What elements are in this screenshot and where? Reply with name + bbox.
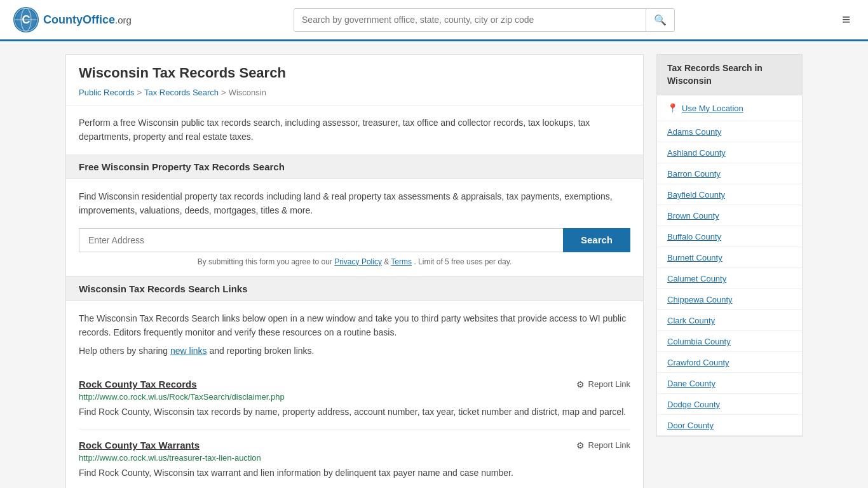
county-link[interactable]: Clark County — [667, 316, 715, 325]
sidebar: Tax Records Search in Wisconsin 📍 Use My… — [656, 54, 803, 488]
sidebar-county-item[interactable]: Bayfield County — [657, 184, 802, 205]
county-link[interactable]: Door County — [667, 421, 714, 430]
county-link[interactable]: Dane County — [667, 379, 715, 388]
main-content: Wisconsin Tax Records Search Public Reco… — [65, 54, 644, 488]
main-layout: Wisconsin Tax Records Search Public Reco… — [53, 41, 815, 488]
property-search-section: Free Wisconsin Property Tax Records Sear… — [66, 155, 643, 277]
breadcrumb-current: Wisconsin — [229, 88, 266, 97]
record-title-link[interactable]: Rock County Tax Records — [79, 379, 197, 390]
page-title: Wisconsin Tax Records Search — [79, 65, 630, 81]
sidebar-county-item[interactable]: Crawford County — [657, 352, 802, 373]
county-link[interactable]: Columbia County — [667, 337, 731, 346]
hamburger-menu-button[interactable]: ≡ — [837, 9, 855, 30]
record-url[interactable]: http://www.co.rock.wi.us/Rock/TaxSearch/… — [79, 392, 630, 402]
address-input[interactable] — [79, 228, 563, 252]
links-section: Wisconsin Tax Records Search Links The W… — [66, 277, 643, 488]
sidebar-county-item[interactable]: Burnett County — [657, 247, 802, 268]
header-search-input[interactable] — [294, 10, 646, 30]
breadcrumb-link-tax-records[interactable]: Tax Records Search — [144, 88, 219, 97]
report-icon: ⚙ — [576, 379, 585, 390]
sidebar-title: Tax Records Search in Wisconsin — [657, 55, 802, 95]
search-icon: 🔍 — [654, 15, 667, 25]
sidebar-county-item[interactable]: Chippewa County — [657, 289, 802, 310]
breadcrumb-separator-2: > — [221, 88, 226, 97]
report-link-button[interactable]: ⚙ Report Link — [576, 440, 630, 451]
record-url[interactable]: http://www.co.rock.wi.us/treasurer-tax-l… — [79, 453, 630, 463]
property-search-content: Find Wisconsin residential property tax … — [66, 179, 643, 276]
links-intro: The Wisconsin Tax Records Search links b… — [79, 311, 630, 340]
use-my-location-row[interactable]: 📍 Use My Location — [657, 95, 802, 121]
header-search-bar: 🔍 — [294, 8, 675, 32]
page-title-bar: Wisconsin Tax Records Search Public Reco… — [66, 55, 643, 105]
location-pin-icon: 📍 — [667, 103, 678, 113]
sidebar-county-item[interactable]: Columbia County — [657, 331, 802, 352]
report-link-button[interactable]: ⚙ Report Link — [576, 379, 630, 390]
breadcrumb: Public Records > Tax Records Search > Wi… — [79, 88, 630, 97]
search-button[interactable]: Search — [563, 228, 630, 252]
breadcrumb-separator-1: > — [137, 88, 142, 97]
menu-icon: ≡ — [842, 11, 850, 27]
record-title-row: Rock County Tax Warrants ⚙ Report Link — [79, 440, 630, 451]
counties-list: Adams CountyAshland CountyBarron CountyB… — [657, 121, 802, 436]
county-link[interactable]: Brown County — [667, 211, 719, 220]
links-content: The Wisconsin Tax Records Search links b… — [66, 301, 643, 488]
county-link[interactable]: Buffalo County — [667, 232, 721, 241]
sidebar-county-item[interactable]: Buffalo County — [657, 226, 802, 247]
description-text: Perform a free Wisconsin public tax reco… — [79, 116, 630, 144]
privacy-policy-link[interactable]: Privacy Policy — [334, 257, 382, 266]
report-link-label: Report Link — [588, 379, 630, 389]
sidebar-county-item[interactable]: Clark County — [657, 310, 802, 331]
report-icon: ⚙ — [576, 440, 585, 451]
sidebar-county-item[interactable]: Calumet County — [657, 268, 802, 289]
county-link[interactable]: Dodge County — [667, 400, 720, 409]
county-link[interactable]: Burnett County — [667, 253, 722, 262]
sidebar-county-item[interactable]: Ashland County — [657, 142, 802, 163]
logo-text: CountyOffice.org — [43, 13, 132, 27]
page-description: Perform a free Wisconsin public tax reco… — [66, 105, 643, 155]
property-search-description: Find Wisconsin residential property tax … — [79, 189, 630, 218]
new-links-link[interactable]: new links — [170, 346, 207, 356]
terms-link[interactable]: Terms — [391, 257, 412, 266]
links-share-text: Help others by sharing new links and rep… — [79, 346, 630, 356]
sidebar-county-item[interactable]: Adams County — [657, 121, 802, 142]
address-search-form: Search — [79, 228, 630, 252]
county-link[interactable]: Ashland County — [667, 148, 726, 158]
county-link[interactable]: Crawford County — [667, 358, 729, 367]
record-title-link[interactable]: Rock County Tax Warrants — [79, 440, 200, 451]
record-title-row: Rock County Tax Records ⚙ Report Link — [79, 379, 630, 390]
records-container: Rock County Tax Records ⚙ Report Link ht… — [79, 369, 630, 488]
report-link-label: Report Link — [588, 440, 630, 450]
site-header: C CountyOffice.org 🔍 ≡ — [0, 0, 868, 41]
county-link[interactable]: Barron County — [667, 169, 721, 179]
use-location-link[interactable]: Use My Location — [682, 104, 743, 113]
logo[interactable]: C CountyOffice.org — [13, 6, 132, 33]
sidebar-county-item[interactable]: Brown County — [657, 205, 802, 226]
sidebar-county-item[interactable]: Dodge County — [657, 394, 802, 415]
logo-icon: C — [13, 6, 39, 33]
county-link[interactable]: Adams County — [667, 127, 721, 137]
county-link[interactable]: Bayfield County — [667, 190, 725, 200]
sidebar-county-item[interactable]: Door County — [657, 415, 802, 436]
record-description: Find Rock County, Wisconsin tax warrant … — [79, 466, 630, 480]
sidebar-county-item[interactable]: Dane County — [657, 373, 802, 394]
county-link[interactable]: Chippewa County — [667, 295, 733, 304]
links-section-header: Wisconsin Tax Records Search Links — [66, 277, 643, 301]
record-item: Rock County Tax Records ⚙ Report Link ht… — [79, 369, 630, 430]
record-description: Find Rock County, Wisconsin tax records … — [79, 405, 630, 419]
sidebar-box: Tax Records Search in Wisconsin 📍 Use My… — [656, 54, 803, 437]
property-section-header: Free Wisconsin Property Tax Records Sear… — [66, 155, 643, 179]
form-disclaimer: By submitting this form you agree to our… — [79, 257, 630, 266]
sidebar-county-item[interactable]: Barron County — [657, 163, 802, 184]
county-link[interactable]: Calumet County — [667, 274, 726, 283]
record-item: Rock County Tax Warrants ⚙ Report Link h… — [79, 430, 630, 488]
breadcrumb-link-public-records[interactable]: Public Records — [79, 88, 134, 97]
header-search-button[interactable]: 🔍 — [646, 9, 674, 31]
